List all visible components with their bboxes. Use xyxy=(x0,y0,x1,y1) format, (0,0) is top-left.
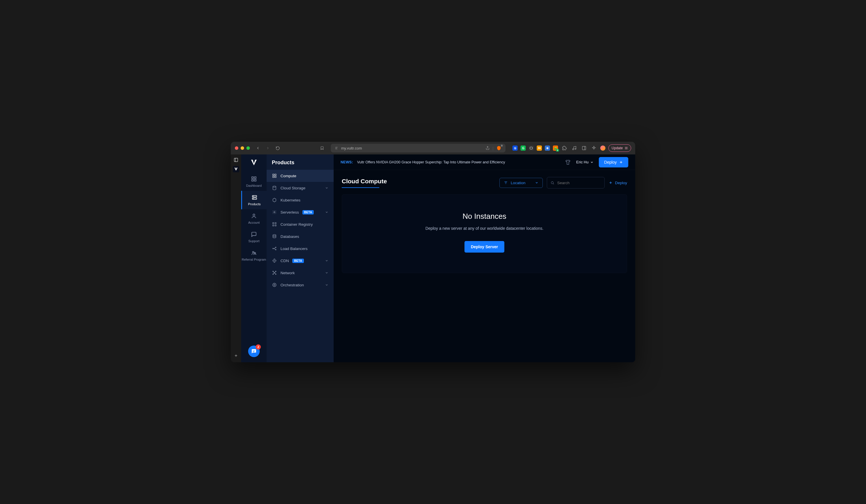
sidebar-item-load-balancers[interactable]: Load Balancers xyxy=(267,242,334,255)
sidebar-item-cloud-storage[interactable]: Cloud Storage xyxy=(267,182,334,194)
registry-icon xyxy=(272,222,277,227)
beta-badge: BETA xyxy=(292,259,304,263)
svg-marker-32 xyxy=(273,198,276,202)
svg-point-22 xyxy=(253,196,253,196)
sidebar-item-serverless[interactable]: Serverless BETA xyxy=(267,206,334,218)
plus-icon xyxy=(609,181,613,185)
svg-point-47 xyxy=(275,274,276,275)
sidebar-toggle-icon[interactable] xyxy=(233,157,239,163)
nav-products[interactable]: Products xyxy=(241,191,267,209)
svg-rect-35 xyxy=(275,222,276,224)
cdn-icon xyxy=(272,258,277,263)
chevron-down-icon xyxy=(590,160,593,164)
sidebar-item-container-registry[interactable]: Container Registry xyxy=(267,218,334,230)
empty-subtitle: Deploy a new server at any of our worldw… xyxy=(425,226,544,231)
plus-icon xyxy=(619,160,623,164)
svg-line-56 xyxy=(553,183,554,184)
news-text[interactable]: Vultr Offers NVIDIA GH200 Grace Hopper S… xyxy=(357,160,505,164)
location-filter[interactable]: Location xyxy=(499,178,543,188)
minimize-window[interactable] xyxy=(241,146,244,150)
ext-icon[interactable]: ❄ xyxy=(545,146,550,151)
sidebar-item-databases[interactable]: Databases xyxy=(267,230,334,242)
sidebar-item-orchestration[interactable]: Orchestration xyxy=(267,279,334,291)
svg-point-48 xyxy=(274,284,275,286)
chat-widget[interactable]: 2 xyxy=(248,345,260,357)
puzzle-icon[interactable] xyxy=(561,145,568,151)
shield-icon[interactable]: 3 xyxy=(496,146,501,151)
sidebar-item-kubernetes[interactable]: Kubernetes xyxy=(267,194,334,206)
sidebar-label: Network xyxy=(280,271,295,275)
svg-point-46 xyxy=(273,274,274,275)
brand-logo[interactable] xyxy=(250,159,258,167)
rail-add-button[interactable] xyxy=(233,353,239,359)
ext-icon[interactable]: ① xyxy=(512,146,518,151)
sidebar-item-network[interactable]: Network xyxy=(267,267,334,279)
ext-icon[interactable] xyxy=(529,146,534,151)
sidebar-label: Orchestration xyxy=(280,283,304,287)
share-icon[interactable] xyxy=(486,146,490,150)
forward-button[interactable] xyxy=(264,145,271,151)
search-icon xyxy=(551,181,554,185)
svg-point-43 xyxy=(274,273,275,273)
nav-referral[interactable]: Referral Program xyxy=(241,246,267,265)
nav-account[interactable]: Account xyxy=(241,209,267,228)
ext-icon[interactable]: G xyxy=(521,146,526,151)
serverless-icon xyxy=(272,209,277,215)
close-window[interactable] xyxy=(235,146,238,150)
music-icon[interactable] xyxy=(571,145,578,151)
search-box[interactable] xyxy=(547,177,604,188)
beta-badge: BETA xyxy=(302,210,314,215)
filter-icon xyxy=(504,181,508,185)
grid-icon xyxy=(251,176,257,182)
update-button[interactable]: Update xyxy=(608,144,631,152)
sidebar-item-cdn[interactable]: CDN BETA xyxy=(267,255,334,267)
users-icon xyxy=(251,250,257,256)
sidebar-label: Container Registry xyxy=(280,222,313,227)
network-icon xyxy=(272,270,277,275)
nav-label: Account xyxy=(248,221,260,224)
search-input[interactable] xyxy=(557,181,601,185)
deploy-button[interactable]: Deploy xyxy=(599,157,628,168)
extensions-tray: ① G 86 ❄ 🧩1 Update xyxy=(511,144,631,152)
chat-badge: 2 xyxy=(256,344,261,350)
top-bar: NEWS: Vultr Offers NVIDIA GH200 Grace Ho… xyxy=(334,154,635,170)
sidebar-label: Kubernetes xyxy=(280,198,300,202)
svg-point-44 xyxy=(273,271,274,272)
rail-tab-vultr[interactable] xyxy=(233,166,239,172)
ext-icon[interactable]: 86 xyxy=(537,146,542,151)
sidebar-title: Products xyxy=(267,154,334,170)
svg-rect-27 xyxy=(273,174,274,175)
sparkle-icon[interactable] xyxy=(590,145,597,151)
sidebar-label: CDN xyxy=(280,259,289,263)
orchestration-icon xyxy=(272,282,277,287)
deploy-server-button[interactable]: Deploy Server xyxy=(465,241,504,253)
svg-point-49 xyxy=(273,283,276,287)
svg-point-33 xyxy=(274,211,275,213)
svg-rect-29 xyxy=(273,176,274,177)
bookmark-icon[interactable] xyxy=(319,145,325,151)
nav-support[interactable]: Support xyxy=(241,228,267,246)
profile-icon[interactable] xyxy=(600,146,606,151)
page-header: Cloud Compute Location xyxy=(342,177,627,188)
svg-rect-34 xyxy=(273,222,274,224)
address-bar[interactable]: my.vultr.com | 3 xyxy=(331,144,506,152)
back-button[interactable] xyxy=(255,145,262,151)
storage-icon xyxy=(272,185,277,191)
shirt-icon[interactable] xyxy=(565,159,571,165)
deploy-link[interactable]: Deploy xyxy=(609,181,627,185)
ext-icon[interactable]: 🧩1 xyxy=(553,146,558,151)
svg-rect-28 xyxy=(275,174,276,175)
chevron-down-icon xyxy=(325,210,329,214)
browser-toolbar: my.vultr.com | 3 ① G 86 ❄ 🧩1 xyxy=(231,142,635,154)
compute-icon xyxy=(272,173,277,179)
chevron-down-icon xyxy=(325,271,329,275)
user-menu[interactable]: Eric Hu xyxy=(576,160,594,164)
sidebar-label: Compute xyxy=(280,174,296,178)
sidebar-item-compute[interactable]: Compute xyxy=(267,170,334,182)
panel-icon[interactable] xyxy=(581,145,588,151)
reload-button[interactable] xyxy=(274,145,281,151)
nav-dashboard[interactable]: Dashboard xyxy=(241,172,267,191)
svg-rect-4 xyxy=(530,147,533,149)
maximize-window[interactable] xyxy=(246,146,250,150)
news-label: NEWS: xyxy=(341,160,353,164)
